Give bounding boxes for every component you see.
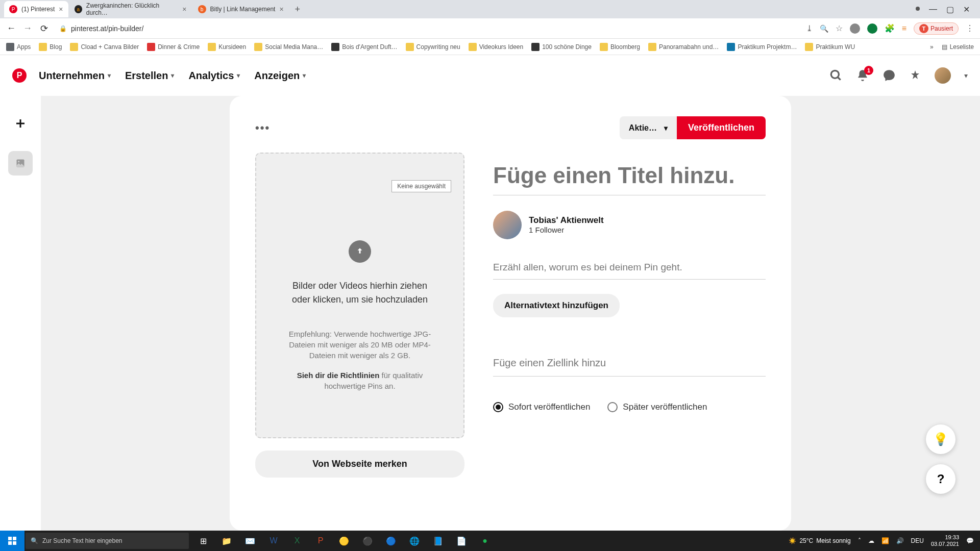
task-view-icon[interactable]: ⊞ <box>192 531 214 551</box>
menu-lines-icon[interactable]: ≡ <box>902 24 906 33</box>
back-icon[interactable]: ← <box>6 23 16 34</box>
clock[interactable]: 19:33 03.07.2021 <box>931 534 959 547</box>
account-menu-chevron-icon[interactable]: ▾ <box>964 71 968 80</box>
profile-avatar[interactable] <box>493 211 522 239</box>
upload-dropzone[interactable]: Keine ausgewählt Bilder oder Videos hier… <box>255 153 464 438</box>
spotify-icon[interactable]: ● <box>474 531 496 551</box>
obs-icon[interactable]: ⚫ <box>356 531 379 551</box>
messages-icon[interactable] <box>883 69 896 82</box>
close-window-icon[interactable]: ✕ <box>963 5 970 14</box>
mail-icon[interactable]: ✉️ <box>239 531 261 551</box>
title-input[interactable]: Füge einen Titel hinzu. <box>493 163 766 195</box>
close-icon[interactable]: × <box>59 5 63 13</box>
forward-icon[interactable]: → <box>22 23 33 34</box>
powerpoint-icon[interactable]: P <box>309 531 332 551</box>
extension-icon[interactable] <box>850 23 860 34</box>
notepad-icon[interactable]: 📄 <box>450 531 473 551</box>
reload-icon[interactable]: ⟳ <box>39 23 49 34</box>
install-icon[interactable]: ⤓ <box>806 23 813 33</box>
bookmark-item[interactable]: Kursideen <box>208 43 246 51</box>
wifi-icon[interactable]: 📶 <box>881 537 889 544</box>
user-avatar[interactable] <box>935 67 951 84</box>
apps-bookmark[interactable]: Apps <box>6 43 31 51</box>
close-icon[interactable]: × <box>279 5 283 13</box>
help-button[interactable]: ? <box>926 464 955 494</box>
nav-unternehmen[interactable]: Unternehmen▾ <box>39 70 111 82</box>
ideas-lightbulb-button[interactable]: 💡 <box>926 424 955 454</box>
bookmark-item[interactable]: Praktikum WU <box>805 43 855 51</box>
profile-row: Tobias' Aktienwelt 1 Follower <box>493 211 766 239</box>
nav-anzeigen[interactable]: Anzeigen▾ <box>254 70 306 82</box>
taskbar-search[interactable]: 🔍 Zur Suche Text hier eingeben <box>26 533 189 549</box>
browser-tab-active[interactable]: P (1) Pinterest × <box>4 1 68 17</box>
publish-later-radio[interactable]: Später veröffentlichen <box>607 402 707 412</box>
address-bar[interactable]: 🔒 pinterest.at/pin-builder/ <box>55 24 800 33</box>
lock-icon[interactable]: 🔒 <box>59 25 67 32</box>
kebab-menu-icon[interactable]: ⋮ <box>966 23 974 33</box>
zoom-icon[interactable]: 🔍 <box>820 24 828 33</box>
onedrive-icon[interactable]: ☁ <box>868 537 874 544</box>
notifications-tray-icon[interactable]: 💬 <box>966 537 974 544</box>
publish-button[interactable]: Veröffentlichen <box>677 116 766 139</box>
save-from-web-button[interactable]: Von Webseite merken <box>255 450 464 478</box>
bookmarks-overflow-icon[interactable]: » <box>930 43 934 51</box>
bookmark-item[interactable]: 100 schöne Dinge <box>531 43 592 51</box>
volume-icon[interactable]: 🔊 <box>896 537 904 544</box>
explorer-icon[interactable]: 📁 <box>215 531 238 551</box>
file-select-badge[interactable]: Keine ausgewählt <box>391 180 451 192</box>
bookmark-item[interactable]: Panoramabahn und… <box>648 43 719 51</box>
folder-icon <box>648 43 656 51</box>
maximize-icon[interactable]: ▢ <box>946 5 954 14</box>
star-icon[interactable]: ☆ <box>836 23 843 33</box>
bookmark-item[interactable]: Bloomberg <box>600 43 640 51</box>
bookmark-item[interactable]: Copywriting neu <box>406 43 460 51</box>
upload-icon[interactable] <box>349 240 371 263</box>
paused-label: Pausiert <box>930 25 953 32</box>
notifications-icon[interactable]: 1 <box>856 69 869 82</box>
bookmark-item[interactable]: Blog <box>39 43 62 51</box>
pinterest-logo[interactable]: P <box>12 68 27 83</box>
browser-tab[interactable]: b Bitly | Link Management × <box>193 1 289 17</box>
new-tab-button[interactable]: + <box>290 4 306 15</box>
edge-icon[interactable]: 🌐 <box>403 531 426 551</box>
more-options-icon[interactable]: ••• <box>255 121 270 135</box>
bookmark-item[interactable]: Praktikum Projektm… <box>727 43 797 51</box>
chrome-icon[interactable]: 🔵 <box>380 531 402 551</box>
close-icon[interactable]: × <box>182 5 186 13</box>
minimize-icon[interactable]: — <box>929 5 937 14</box>
publish-now-radio[interactable]: Sofort veröffentlichen <box>493 402 590 412</box>
folder-icon <box>727 43 735 51</box>
puzzle-icon[interactable]: 🧩 <box>885 23 895 33</box>
browser-tab[interactable]: a Zwergkaninchen: Glücklich durch… × <box>69 1 192 17</box>
draft-thumbnail[interactable] <box>8 151 33 176</box>
reading-list-button[interactable]: ▤Leseliste <box>942 43 974 51</box>
alt-text-button[interactable]: Alternativtext hinzufügen <box>493 294 620 317</box>
app-icon[interactable]: 🟡 <box>333 531 355 551</box>
tray-chevron-icon[interactable]: ˄ <box>858 537 861 544</box>
bookmark-item[interactable]: Videokurs Ideen <box>469 43 524 51</box>
word-icon[interactable]: W <box>262 531 285 551</box>
guidelines-link[interactable]: Sieh dir die Richtlinien <box>297 371 380 380</box>
board-selector[interactable]: Aktie… ▾ <box>620 116 677 139</box>
extension-icon[interactable] <box>867 23 877 34</box>
account-dot-icon[interactable] <box>916 7 920 11</box>
updates-icon[interactable] <box>909 69 921 82</box>
add-pin-button[interactable] <box>8 111 33 136</box>
search-icon[interactable] <box>829 69 843 82</box>
bookmark-item[interactable]: Dinner & Crime <box>147 43 200 51</box>
folder-icon <box>805 43 813 51</box>
bookmark-item[interactable]: Bois d'Argent Duft… <box>331 43 397 51</box>
start-button[interactable] <box>0 531 24 551</box>
excel-icon[interactable]: X <box>286 531 308 551</box>
header-right: 1 ▾ <box>829 67 968 84</box>
bookmark-item[interactable]: Social Media Mana… <box>254 43 323 51</box>
destination-link-input[interactable]: Füge einen Ziellink hinzu <box>493 353 766 377</box>
nav-erstellen[interactable]: Erstellen▾ <box>125 70 174 82</box>
bookmark-item[interactable]: Cload + Canva Bilder <box>70 43 139 51</box>
language-indicator[interactable]: DEU <box>911 537 924 544</box>
weather-widget[interactable]: ☀️ 25°C Meist sonnig <box>789 537 850 544</box>
nav-analytics[interactable]: Analytics▾ <box>188 70 240 82</box>
description-input[interactable]: Erzähl allen, worum es bei deinem Pin ge… <box>493 258 766 280</box>
app-icon[interactable]: 📘 <box>427 531 449 551</box>
profile-paused-pill[interactable]: T Pausiert <box>914 22 959 35</box>
